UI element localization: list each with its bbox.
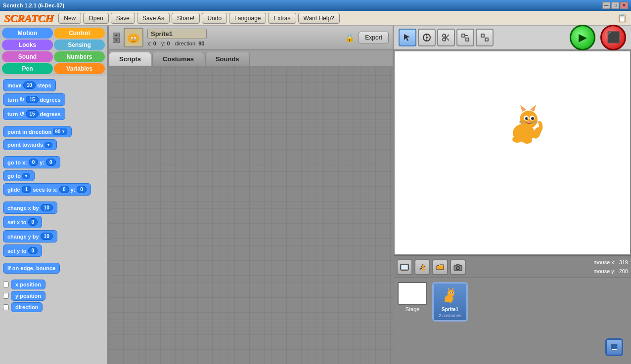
tab-costumes[interactable]: Costumes bbox=[152, 52, 204, 66]
block-move-val[interactable]: 10 bbox=[23, 81, 36, 89]
sprite-card-sprite1[interactable]: Sprite1 2 costumes bbox=[432, 282, 468, 322]
block-point-towards[interactable]: point towards ▼ bbox=[3, 139, 104, 150]
block-point-towards-val[interactable]: ▼ bbox=[45, 142, 52, 148]
x-position-checkbox[interactable] bbox=[3, 282, 9, 287]
block-turn-cw-val[interactable]: 15 bbox=[26, 96, 38, 103]
block-point-towards-label: point towards bbox=[7, 142, 43, 148]
block-glide-val[interactable]: 1 bbox=[22, 186, 32, 193]
block-move-label: move bbox=[7, 82, 22, 88]
block-if-edge[interactable]: if on edge, bounce bbox=[3, 263, 104, 274]
block-change-y-val[interactable]: 10 bbox=[41, 233, 53, 240]
category-sensing[interactable]: Sensing bbox=[54, 40, 105, 50]
svg-point-55 bbox=[445, 299, 449, 302]
green-flag-button[interactable]: ▶ bbox=[570, 25, 595, 50]
checkbox-x-position[interactable]: x position bbox=[3, 280, 104, 289]
scripts-area[interactable] bbox=[109, 67, 393, 364]
block-change-x-val[interactable]: 10 bbox=[41, 204, 53, 211]
new-button[interactable]: New bbox=[58, 13, 81, 24]
category-pen[interactable]: Pen bbox=[2, 63, 53, 74]
language-button[interactable]: Language bbox=[229, 13, 266, 24]
export-button[interactable]: Export bbox=[359, 32, 389, 43]
want-help-button[interactable]: Want Help? bbox=[298, 13, 340, 24]
sprite-card-name: Sprite1 bbox=[442, 307, 458, 312]
notes-icon[interactable]: 📋 bbox=[617, 13, 627, 23]
category-numbers[interactable]: Numbers bbox=[54, 51, 105, 62]
minimize-button[interactable]: — bbox=[602, 2, 610, 9]
stage-toolbar: ▶ ⬛ bbox=[394, 26, 631, 50]
category-looks[interactable]: Looks bbox=[2, 40, 53, 50]
tab-scripts[interactable]: Scripts bbox=[109, 52, 151, 66]
grow-tool[interactable] bbox=[456, 29, 474, 46]
sprite-editor: ▲ ▼ x: 0 bbox=[108, 26, 394, 364]
block-turn-cw-label: turn bbox=[7, 97, 18, 103]
block-turn-cw[interactable]: turn ↻ 15 degrees bbox=[3, 93, 104, 106]
lock-icon[interactable]: 🔒 bbox=[345, 33, 355, 42]
block-goto-dropdown[interactable]: ▼ bbox=[22, 173, 30, 179]
block-goto-xy[interactable]: go to x: 0 y: 0 bbox=[3, 156, 104, 168]
sprite-up-arrow[interactable]: ▲ bbox=[113, 33, 120, 38]
block-set-y-val[interactable]: 0 bbox=[28, 247, 38, 254]
folder-button[interactable] bbox=[432, 259, 448, 275]
block-change-x[interactable]: change x by 10 bbox=[3, 202, 104, 214]
tab-sounds[interactable]: Sounds bbox=[205, 52, 250, 66]
save-as-button[interactable]: Save As bbox=[137, 13, 170, 24]
sprite-down-arrow[interactable]: ▼ bbox=[113, 38, 120, 43]
block-set-x-val[interactable]: 0 bbox=[28, 218, 38, 226]
close-button[interactable]: ✕ bbox=[620, 2, 628, 9]
save-button[interactable]: Save bbox=[111, 13, 135, 24]
stage-view-button[interactable] bbox=[397, 259, 412, 275]
checkbox-direction[interactable]: direction bbox=[3, 302, 104, 312]
cursor-tool[interactable] bbox=[399, 29, 416, 46]
block-change-y[interactable]: change y by 10 bbox=[3, 230, 104, 243]
shrink-tool[interactable] bbox=[476, 29, 494, 46]
undo-button[interactable]: Undo bbox=[202, 13, 227, 24]
block-glide-x[interactable]: 0 bbox=[59, 186, 69, 193]
checkbox-y-position[interactable]: y position bbox=[3, 291, 104, 301]
svg-marker-48 bbox=[448, 287, 450, 290]
block-set-y[interactable]: set y to 0 bbox=[3, 244, 104, 257]
block-move[interactable]: move 10 steps bbox=[3, 79, 104, 91]
share-button[interactable]: Share! bbox=[172, 13, 200, 24]
stage-item[interactable]: Stage bbox=[398, 282, 427, 312]
block-goto-y-label: y: bbox=[40, 160, 45, 165]
duplicate-tool[interactable] bbox=[418, 29, 436, 46]
sprite-card-image bbox=[440, 286, 460, 306]
red-stop-button[interactable]: ⬛ bbox=[600, 25, 626, 50]
block-goto-y-val[interactable]: 0 bbox=[46, 159, 56, 166]
block-goto-x-val[interactable]: 0 bbox=[29, 159, 39, 166]
camera-button[interactable] bbox=[450, 259, 466, 275]
category-motion[interactable]: Motion bbox=[2, 28, 53, 39]
scissors-tool[interactable] bbox=[437, 29, 455, 46]
open-button[interactable]: Open bbox=[83, 13, 108, 24]
extras-button[interactable]: Extras bbox=[268, 13, 296, 24]
block-turn-ccw-val[interactable]: 15 bbox=[26, 110, 38, 118]
sprite-name-input[interactable] bbox=[147, 29, 207, 39]
maximize-button[interactable]: □ bbox=[611, 2, 619, 9]
svg-rect-17 bbox=[462, 34, 465, 37]
category-sound[interactable]: Sound bbox=[2, 51, 53, 62]
download-button[interactable] bbox=[605, 338, 623, 356]
svg-point-52 bbox=[450, 292, 451, 293]
y-position-label: y position bbox=[11, 291, 45, 301]
svg-rect-42 bbox=[402, 265, 407, 269]
bottom-area: mouse x: -319 mouse y: -200 Stage bbox=[394, 255, 631, 364]
block-set-x[interactable]: set x to 0 bbox=[3, 216, 104, 228]
block-point-dir-label: point in direction bbox=[7, 129, 51, 135]
block-point-dir-val[interactable]: 90 ▼ bbox=[53, 128, 67, 135]
paint-button[interactable] bbox=[414, 259, 430, 275]
category-variables[interactable]: Variables bbox=[54, 63, 105, 74]
stage bbox=[394, 50, 631, 255]
svg-point-33 bbox=[528, 121, 531, 123]
block-goto[interactable]: go to ▼ bbox=[3, 170, 104, 181]
sprite-card-costumes: 2 costumes bbox=[439, 313, 461, 318]
y-position-checkbox[interactable] bbox=[3, 293, 9, 299]
category-control[interactable]: Control bbox=[54, 28, 105, 39]
block-point-dir[interactable]: point in direction 90 ▼ bbox=[3, 126, 104, 137]
svg-marker-8 bbox=[404, 34, 410, 41]
mouse-y: -200 bbox=[617, 268, 628, 274]
block-turn-ccw[interactable]: turn ↺ 15 degrees bbox=[3, 108, 104, 120]
direction-checkbox[interactable] bbox=[3, 304, 9, 310]
block-glide[interactable]: glide 1 secs to x: 0 y: 0 bbox=[3, 183, 104, 196]
tool-buttons bbox=[399, 29, 494, 46]
block-glide-y[interactable]: 0 bbox=[77, 186, 87, 193]
